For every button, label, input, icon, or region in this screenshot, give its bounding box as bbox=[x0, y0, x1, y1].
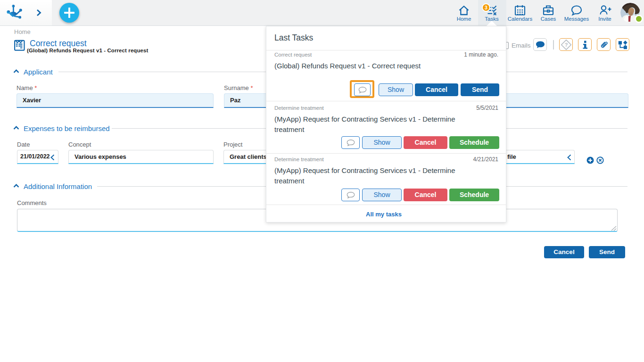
svg-text:?: ? bbox=[564, 42, 568, 48]
